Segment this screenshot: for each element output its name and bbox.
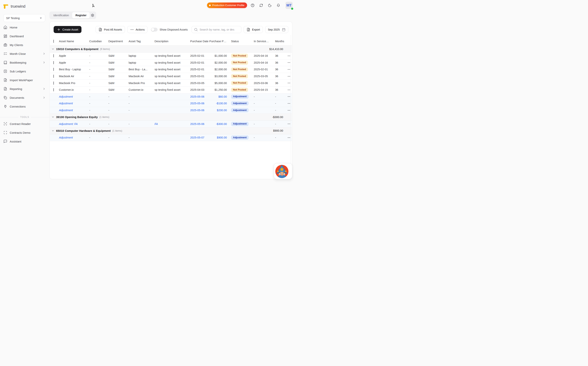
group-header-row[interactable]: 39100 Opening Balance Equity(1 items)-$3… [50,114,292,121]
cell-custodian: - [89,88,108,91]
row-checkbox[interactable] [53,82,54,85]
cell-purchase-date: 2025-05-06 [190,109,209,112]
sidebar-item-contract-reader[interactable]: Contract Reader [0,119,49,128]
tab-register[interactable]: Register [72,12,90,18]
chevron-down-icon[interactable] [51,129,54,132]
chevron-right-icon [43,96,46,99]
column-header-desc: Description [154,40,190,43]
cell-asset-name[interactable]: Adjustment [59,109,89,112]
cell-asset-tag: laptop [129,54,154,57]
chevron-right-icon [43,52,46,55]
cell-asset-name[interactable]: Adjustment [59,95,89,98]
cell-status: Adjustment [227,95,254,99]
row-actions-button[interactable] [287,74,291,79]
cell-asset-tag: Macbook Pro [129,82,154,85]
cell-asset-name[interactable]: Adjustment: FA [59,122,89,125]
sidebar-item-assistant[interactable]: Assistant [0,137,49,146]
cell-months: 36 [275,88,287,91]
row-actions-button[interactable] [287,94,291,99]
cell-asset-name: Best Buy - Laptop [59,68,89,71]
group-name: 39100 Opening Balance Equity [56,115,98,119]
notifications-button[interactable] [276,3,280,7]
row-checkbox[interactable] [53,75,54,78]
cell-months: - [275,109,287,112]
cell-asset-tag: - [129,122,154,125]
chevron-down-icon[interactable] [51,47,54,50]
tab-identification[interactable]: Identification [50,11,72,19]
cell-in-service-date: - [254,109,275,112]
cell-asset-name: Apple [59,54,89,57]
asset-row: Macbook Pro-S&MMacbook Prosp testing fix… [50,80,292,86]
production-profile-badge[interactable]: Production Customer Profile [207,2,247,8]
cell-months: - [275,102,287,105]
help-button[interactable] [251,3,255,7]
refresh-button[interactable] [259,3,263,7]
row-actions-button[interactable] [287,67,291,72]
chevron-down-icon[interactable] [51,115,54,118]
adjustment-row: Adjustment---2025-05-07$900.00Adjustment… [50,134,292,141]
row-checkbox[interactable] [53,61,54,64]
row-actions-button[interactable] [287,135,291,140]
cell-status: Adjustment [227,136,254,140]
row-actions-button[interactable] [287,87,291,92]
cell-description: sp testing fixed asset [154,82,190,85]
sidebar-item-reporting[interactable]: Reporting [0,84,49,93]
sidebar-item-documents[interactable]: Documents [0,93,49,102]
row-checkbox[interactable] [53,88,54,91]
cell-asset-name[interactable]: Adjustment [59,102,89,105]
cell-in-service-date: 2025-04-15 [254,88,275,91]
assistant-wizard-launcher[interactable] [274,163,292,179]
group-header-row[interactable]: 65010 Computer Hardware & Equipment(1 it… [50,127,292,134]
wizard-avatar [275,165,289,178]
row-actions-button[interactable] [287,53,291,58]
row-actions-button[interactable] [287,101,291,106]
row-checkbox[interactable] [53,54,54,57]
sidebar-item-import-workpaper[interactable]: Import WorkPaper [0,76,49,84]
search-input[interactable] [199,28,239,31]
sidebar-item-home[interactable]: Home [0,23,49,32]
sidebar-item-connections[interactable]: Connections [0,102,49,111]
cell-purchase-price: $60.00 [209,95,227,98]
period-selector[interactable]: Sep 2025 [265,26,288,33]
user-avatar[interactable]: MT [285,2,293,9]
sidebar-item-contracts-demo[interactable]: Contracts Demo [0,128,49,137]
scan-line-icon [3,122,7,126]
cell-months: 36 [275,82,287,85]
row-checkbox[interactable] [53,68,54,71]
cell-purchase-price: $3,000.00 [209,75,227,78]
sidebar-item-my-clients[interactable]: My Clients [0,40,49,49]
cell-custodian: - [89,68,108,71]
sidebar-item-label: Dashboard [10,35,24,38]
actions-button[interactable]: Actions [127,26,148,33]
create-asset-button[interactable]: Create Asset [54,26,81,33]
export-button[interactable]: Export [244,26,263,33]
gear-icon [91,14,94,17]
cell-asset-name[interactable]: Adjustment [59,136,89,139]
table-scrollbar[interactable] [291,35,291,177]
sidebar-item-label: Import WorkPaper [10,78,33,82]
show-disposed-toggle[interactable] [151,28,158,31]
status-badge: Adjustment [231,101,249,106]
dark-mode-button[interactable] [268,3,272,7]
select-all-checkbox[interactable] [53,40,54,43]
sidebar-item-bookkeeping[interactable]: Bookkeeping [0,58,49,67]
cell-purchase-date: 2025-03-01 [190,75,209,78]
sidebar-item-month-close[interactable]: Month Close [0,49,49,58]
row-actions-button[interactable] [287,108,291,113]
row-actions-button[interactable] [287,122,291,126]
workspace-selector[interactable]: SP Testing [3,14,45,22]
column-header-custodian: Custodian [89,40,108,43]
sidebar-item-label: Reporting [10,87,22,91]
cell-months: - [275,122,287,125]
cell-asset-tag: - [129,102,154,105]
sidebar-item-sub-ledgers[interactable]: Sub Ledgers [0,67,49,76]
sidebar-item-dashboard[interactable]: Dashboard [0,32,49,40]
row-actions-button[interactable] [287,81,291,85]
register-panel: Create Asset Post All Assets Actions Sho… [49,21,292,179]
cell-status: Not Posted [227,54,254,58]
group-header-row[interactable]: 15010 Computers & Equipment(9 items)$14,… [50,46,292,53]
column-header-pdate: Purchase Date [190,40,209,43]
row-actions-button[interactable] [287,60,291,65]
post-all-assets-button[interactable]: Post All Assets [96,26,125,33]
register-settings-button[interactable] [91,14,94,17]
